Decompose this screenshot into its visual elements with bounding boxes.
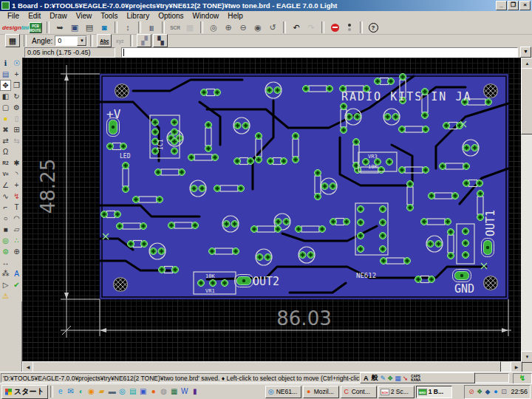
wmp-icon[interactable]: ◉ bbox=[86, 386, 97, 397]
menu-tools[interactable]: Tools bbox=[96, 11, 122, 21]
av-icon[interactable]: ⊘ bbox=[467, 388, 475, 395]
folder-icon[interactable]: ▰ bbox=[97, 386, 107, 397]
vertical-scrollbar[interactable]: ▲ ▼ bbox=[521, 58, 532, 361]
lock-tool[interactable]: Ω bbox=[0, 146, 11, 157]
value-tool[interactable]: V= bbox=[0, 168, 11, 180]
circle-tool[interactable]: ○ bbox=[0, 213, 11, 224]
outlook-icon[interactable]: ▤ bbox=[128, 386, 138, 397]
pen-icon[interactable]: ✎ bbox=[381, 375, 386, 382]
pattern-a-icon[interactable]: ▞ bbox=[137, 34, 151, 47]
task-ne612-window[interactable]: ◎NE61... bbox=[265, 386, 301, 398]
vertical-scroll-thumb[interactable] bbox=[521, 68, 532, 134]
pattern-b-icon[interactable]: ▚ bbox=[153, 34, 168, 47]
restore-button[interactable]: ❐ bbox=[508, 1, 519, 10]
task-mozilla[interactable]: ●Mozil... bbox=[303, 386, 339, 398]
print-icon[interactable]: ▤ bbox=[83, 21, 96, 33]
layer-settings-icon[interactable]: ||| bbox=[145, 21, 158, 33]
menu-file[interactable]: File bbox=[3, 11, 24, 21]
script-icon[interactable]: SCR bbox=[168, 21, 182, 33]
close-button[interactable]: × bbox=[519, 1, 531, 10]
start-button[interactable]: スタート bbox=[1, 385, 48, 399]
pad-icon[interactable]: ▦ bbox=[395, 375, 401, 382]
undo-icon[interactable]: ↶ bbox=[290, 21, 303, 33]
angle-select[interactable]: 0 ▼ bbox=[55, 35, 87, 46]
angle-dropdown-icon[interactable]: ▼ bbox=[77, 36, 86, 46]
stop-icon[interactable] bbox=[328, 21, 341, 33]
menu-edit[interactable]: Edit bbox=[24, 11, 45, 21]
macro-icon[interactable]: ▦ bbox=[183, 21, 197, 33]
wire-tool[interactable]: ⌐ bbox=[0, 202, 11, 213]
paste-tool[interactable]: ▯ bbox=[11, 113, 22, 124]
menu-window[interactable]: Window bbox=[188, 11, 224, 21]
menu-help[interactable]: Help bbox=[223, 11, 248, 21]
scroll-down-button[interactable]: ▼ bbox=[521, 351, 532, 363]
ie2-icon[interactable]: ◎ bbox=[117, 386, 128, 397]
select-icon[interactable]: ↕ bbox=[121, 21, 134, 33]
board-canvas[interactable]: RADIO KITS IN JA+VOUT2GNDOUT1NE612LEDIC1… bbox=[22, 58, 521, 361]
open-icon[interactable]: ➥ bbox=[53, 21, 66, 33]
monitor-icon[interactable]: ▣ bbox=[138, 386, 149, 397]
help-icon[interactable]: ? bbox=[366, 21, 380, 33]
ratsnest-tool[interactable]: ⁂ bbox=[0, 268, 11, 279]
via-tool[interactable]: ◎ bbox=[0, 235, 11, 246]
display-tool[interactable]: ▤ bbox=[0, 69, 11, 80]
pinswap-tool[interactable]: ⇄ bbox=[0, 135, 11, 146]
key-icon[interactable]: ⊡ bbox=[499, 388, 508, 395]
mark-tool[interactable]: + bbox=[11, 69, 22, 80]
ime-toolbar[interactable]: A 般 ✎❖▦➘ CAPS KANA bbox=[360, 372, 475, 383]
warning-icon[interactable]: ⚠ bbox=[0, 290, 11, 301]
change-tool[interactable]: ⚙ bbox=[11, 102, 22, 113]
shield-icon[interactable]: ◆ bbox=[483, 388, 491, 395]
show-tool[interactable]: ☉ bbox=[11, 58, 22, 69]
ime-mode-general[interactable]: 般 bbox=[372, 373, 378, 383]
auto-tool[interactable]: A bbox=[11, 268, 22, 279]
meander-tool[interactable]: ⊜ bbox=[0, 246, 11, 257]
move-tool[interactable]: ✥ bbox=[0, 80, 11, 91]
info-tool[interactable]: ℹ bbox=[0, 58, 11, 69]
minimize-button[interactable]: _ bbox=[496, 1, 507, 10]
zoom-out-icon[interactable]: ⊖ bbox=[236, 21, 250, 33]
pcb-quote-button[interactable]: PCB ROUTE bbox=[29, 22, 42, 33]
menu-options[interactable]: Options bbox=[154, 11, 188, 21]
text-tool[interactable]: T bbox=[11, 202, 22, 213]
task-schematic[interactable]: SCH2 Sc... bbox=[378, 386, 415, 398]
text-size-icon[interactable]: Abc bbox=[97, 34, 112, 47]
add-tool[interactable]: ⊞ bbox=[11, 124, 22, 135]
rotate-tool[interactable]: ↻ bbox=[11, 91, 22, 102]
command-input[interactable] bbox=[121, 47, 518, 58]
book-icon[interactable]: ▮ bbox=[190, 386, 200, 397]
mail-icon[interactable]: ✉ bbox=[66, 386, 76, 397]
task-board[interactable]: BRD1 B... bbox=[416, 386, 452, 398]
mirror-tool[interactable]: ◧ bbox=[0, 91, 11, 102]
errors-tool[interactable]: ✔ bbox=[11, 279, 22, 290]
dict-icon[interactable]: ❖ bbox=[387, 375, 393, 382]
export-image-icon[interactable]: ◙ bbox=[98, 21, 111, 33]
ie-icon[interactable]: e bbox=[55, 386, 66, 397]
name-tool[interactable]: R2 bbox=[0, 157, 11, 168]
ime-caps-kana[interactable]: CAPS KANA bbox=[411, 375, 420, 382]
ime-tray-icon[interactable]: ❖ bbox=[475, 388, 483, 395]
command-history-dropdown[interactable]: ▼ bbox=[520, 47, 531, 58]
menu-library[interactable]: Library bbox=[123, 11, 154, 21]
menu-view[interactable]: View bbox=[72, 11, 97, 21]
msn-icon[interactable]: ◐ bbox=[76, 386, 86, 397]
desktop-icon[interactable]: ▬ bbox=[107, 386, 117, 397]
delete-tool[interactable]: ✖ bbox=[0, 124, 11, 135]
lights-icon[interactable] bbox=[343, 21, 356, 33]
globe-icon[interactable]: ◍ bbox=[159, 386, 169, 397]
task-control-panel[interactable]: CCont... bbox=[341, 386, 377, 398]
dimension-tool[interactable]: ↔ bbox=[0, 257, 11, 268]
design-link-logo[interactable]: designlink bbox=[2, 24, 27, 31]
zoom-redraw-icon[interactable]: ↺ bbox=[266, 21, 279, 33]
zoom-select-icon[interactable]: ◉ bbox=[251, 21, 265, 33]
route-tool[interactable]: ∿ bbox=[0, 191, 11, 202]
redo-icon[interactable]: ↷ bbox=[304, 21, 318, 33]
drc-tool[interactable]: ▷ bbox=[0, 279, 11, 290]
hole-tool[interactable]: ⊕ bbox=[11, 246, 22, 257]
rect-tool[interactable]: ■ bbox=[0, 224, 11, 235]
zoom-in-icon[interactable]: ⊕ bbox=[222, 21, 235, 33]
signal-tool[interactable]: ∴ bbox=[11, 235, 22, 246]
cut-tool[interactable]: ● bbox=[0, 113, 11, 124]
ripup-tool[interactable]: ↯ bbox=[11, 191, 22, 202]
optimize-tool[interactable]: + bbox=[11, 180, 22, 191]
